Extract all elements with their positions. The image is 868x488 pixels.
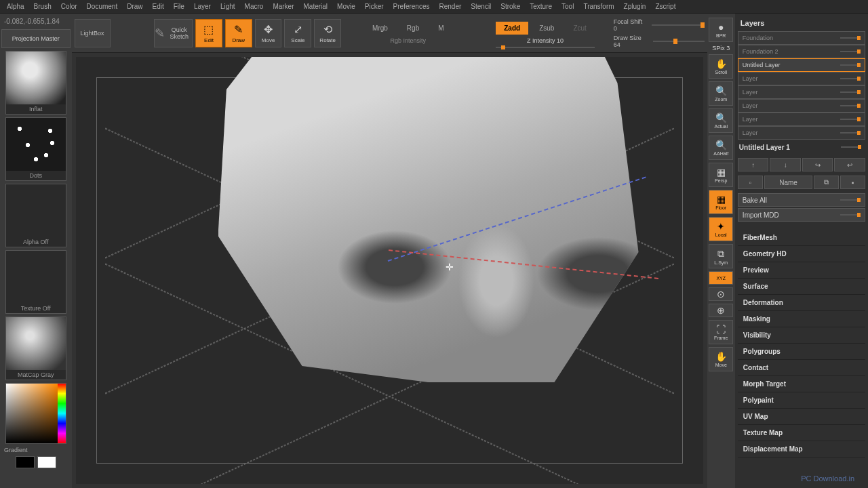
accordion-preview[interactable]: Preview (738, 262, 865, 279)
menu-draw[interactable]: Draw (123, 1, 146, 12)
alpha-thumbnail[interactable]: Alpha Off (5, 184, 66, 247)
accordion-polygroups[interactable]: Polygroups (738, 344, 865, 360)
menu-alpha[interactable]: Alpha (3, 1, 28, 12)
menu-layer[interactable]: Layer (190, 1, 215, 12)
layer-dup-button[interactable]: ⧉ (814, 176, 839, 189)
layer-row[interactable]: Foundation 2 (738, 45, 865, 58)
new-icon: ▫ (749, 179, 752, 186)
accordion-geometry-hd[interactable]: Geometry HD (738, 246, 865, 262)
accordion-texture-map[interactable]: Texture Map (738, 425, 865, 441)
menu-color[interactable]: Color (57, 1, 81, 12)
layer-row[interactable]: Foundation (738, 31, 865, 45)
stroke-thumbnail[interactable]: Dots (5, 117, 66, 181)
lsym-icon: ⧉ (717, 248, 724, 260)
bake-all-button[interactable]: Bake All (738, 193, 865, 207)
layer-row[interactable]: Layer (738, 113, 865, 126)
edit-button[interactable]: ⬚Edit (195, 19, 222, 47)
menu-movie[interactable]: Movie (333, 1, 359, 12)
layer-name-button[interactable]: Name (764, 176, 813, 189)
canvas-viewport[interactable]: ✛ (76, 57, 703, 484)
menu-brush[interactable]: Brush (30, 1, 56, 12)
rotate-button[interactable]: ⟲Rotate (314, 19, 341, 47)
floor-button[interactable]: ▦Floor (709, 190, 733, 214)
menu-preferences[interactable]: Preferences (389, 1, 434, 12)
zcut-button[interactable]: Zcut (565, 22, 594, 35)
aahalf-button[interactable]: 🔍AAHalf (709, 136, 733, 160)
focal-shift-slider[interactable]: Focal Shift 0 (614, 18, 705, 32)
layer-back-button[interactable]: ↩ (834, 158, 865, 171)
saturation-value-area[interactable] (6, 384, 58, 443)
menu-texture[interactable]: Texture (526, 1, 556, 12)
scale-button[interactable]: ⤢Scale (284, 19, 311, 47)
accordion-fibermesh[interactable]: FiberMesh (738, 230, 865, 246)
transp-button[interactable]: ⊕ (709, 304, 733, 317)
zadd-button[interactable]: Zadd (496, 22, 528, 35)
menu-stroke[interactable]: Stroke (496, 1, 524, 12)
accordion-uv-map[interactable]: UV Map (738, 409, 865, 425)
accordion-masking[interactable]: Masking (738, 311, 865, 327)
local-button[interactable]: ✦Local (709, 217, 733, 241)
hue-strip[interactable] (58, 384, 66, 443)
menu-zscript[interactable]: Zscript (651, 1, 679, 12)
layer-up-button[interactable]: ↑ (738, 158, 769, 171)
menu-stencil[interactable]: Stencil (467, 1, 495, 12)
lightbox-button[interactable]: LightBox (75, 19, 111, 47)
material-thumbnail[interactable]: MatCap Gray (5, 317, 66, 380)
import-mdd-button[interactable]: Import MDD (738, 208, 865, 222)
zoom-button[interactable]: 🔍Zoom (709, 81, 733, 106)
layer-down-button[interactable]: ↓ (770, 158, 801, 171)
color-swatch-black[interactable] (16, 456, 35, 468)
menu-picker[interactable]: Picker (361, 1, 388, 12)
accordion-visibility[interactable]: Visibility (738, 327, 865, 344)
texture-thumbnail[interactable]: Texture Off (5, 250, 66, 314)
menu-material[interactable]: Material (300, 1, 332, 12)
accordion-morph-target[interactable]: Morph Target (738, 376, 865, 392)
menu-macro[interactable]: Macro (241, 1, 268, 12)
color-picker[interactable] (5, 383, 66, 444)
brush-thumbnail[interactable]: Inflat (5, 51, 66, 115)
accordion-contact[interactable]: Contact (738, 360, 865, 376)
lsym-button[interactable]: ⧉L.Sym (709, 244, 733, 268)
menu-render[interactable]: Render (435, 1, 466, 12)
menu-tool[interactable]: Tool (557, 1, 578, 12)
layer-row[interactable]: Layer (738, 126, 865, 140)
m-button[interactable]: M (430, 22, 452, 35)
frame-button[interactable]: ⛶Frame (709, 320, 733, 344)
layer-fwd-button[interactable]: ↪ (802, 158, 833, 171)
quick-sketch-button[interactable]: ✎ Quick Sketch (154, 19, 193, 47)
scroll-button[interactable]: ✋Scroll (709, 54, 733, 79)
draw-button[interactable]: ✎Draw (225, 19, 252, 47)
menu-light[interactable]: Light (216, 1, 239, 12)
layer-new-button[interactable]: ▫ (738, 176, 763, 189)
color-swatch-white[interactable] (37, 456, 56, 468)
layer-row[interactable]: Layer (738, 85, 865, 99)
bpr-label: BPR (716, 33, 726, 38)
layer-del-button[interactable]: ▪ (840, 176, 865, 189)
layer-row[interactable]: Untitled Layer (738, 58, 865, 72)
draw-size-slider[interactable]: Draw Size 64 (614, 35, 705, 48)
menu-edit[interactable]: Edit (149, 1, 168, 12)
persp-button[interactable]: ▦Persp (709, 163, 733, 187)
accordion-deformation[interactable]: Deformation (738, 295, 865, 311)
z-intensity-slider[interactable]: Z Intensity 10 (496, 37, 595, 44)
layer-row[interactable]: Layer (738, 99, 865, 113)
layer-row[interactable]: Layer (738, 72, 865, 85)
accordion-surface[interactable]: Surface (738, 279, 865, 295)
menu-marker[interactable]: Marker (269, 1, 298, 12)
solo-button[interactable]: ⊙ (709, 287, 733, 301)
mrgb-button[interactable]: Mrgb (364, 22, 396, 35)
bpr-button[interactable]: ●BPR (709, 18, 733, 42)
rgb-button[interactable]: Rgb (399, 22, 427, 35)
move-view-button[interactable]: ✋Move (709, 347, 733, 371)
menu-document[interactable]: Document (83, 1, 122, 12)
zsub-button[interactable]: Zsub (531, 22, 562, 35)
xyz-button[interactable]: XYZ (709, 271, 733, 285)
menu-zplugin[interactable]: Zplugin (620, 1, 650, 12)
menu-file[interactable]: File (170, 1, 189, 12)
accordion-displacement-map[interactable]: Displacement Map (738, 441, 865, 458)
accordion-polypaint[interactable]: Polypaint (738, 392, 865, 409)
actual-button[interactable]: 🔍Actual (709, 108, 733, 133)
projection-master-button[interactable]: Projection Master (1, 29, 71, 48)
menu-transform[interactable]: Transform (579, 1, 618, 12)
move-button[interactable]: ✥Move (255, 19, 282, 47)
